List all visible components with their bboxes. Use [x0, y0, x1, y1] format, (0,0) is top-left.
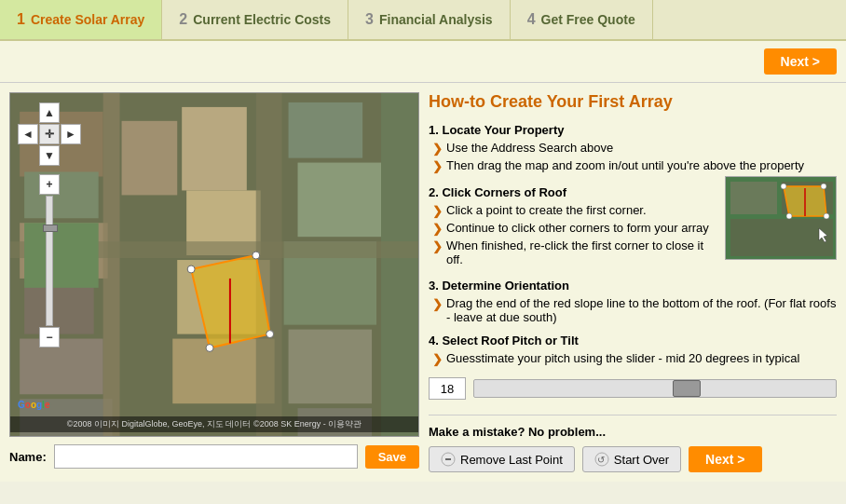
map-down-button[interactable]: ▼ — [39, 145, 60, 166]
map-controls: ▲ ◄ ✛ ► ▼ + − — [18, 102, 81, 347]
tab2-num: 2 — [179, 11, 187, 28]
arrow-icon: ❯ — [432, 204, 443, 218]
map-bottom: Name: Save — [9, 437, 419, 469]
svg-point-38 — [786, 213, 792, 219]
svg-rect-32 — [730, 219, 833, 256]
main-content: ▲ ◄ ✛ ► ▼ + − — [0, 83, 846, 482]
step4-text1: Guesstimate your pitch using the slider … — [446, 351, 799, 365]
svg-rect-9 — [182, 107, 247, 191]
step1-item1: ❯ Use the Address Search above — [429, 141, 837, 156]
svg-rect-14 — [298, 163, 382, 238]
restart-icon: ↺ — [594, 452, 609, 467]
map-right-button[interactable]: ► — [61, 124, 81, 144]
svg-point-27 — [266, 331, 274, 338]
pitch-section: 18 — [429, 377, 837, 400]
map-attribution: ©2008 이미지 DigitalGlobe, GeoEye, 지도 데이터 ©… — [10, 416, 418, 432]
start-over-label: Start Over — [614, 453, 669, 467]
header-next-button[interactable]: Next > — [764, 48, 837, 75]
instructions-panel: How-to Create Your First Array 1. Locate… — [429, 92, 837, 472]
tab2-label: Current Electric Costs — [193, 12, 331, 27]
step1-text1: Use the Address Search above — [446, 141, 613, 155]
step1-text2: Then drag the map and zoom in/out until … — [446, 158, 804, 172]
step4-item1: ❯ Guesstimate your pitch using the slide… — [429, 351, 837, 366]
arrow-icon: ❯ — [432, 297, 443, 311]
step4-heading: 4. Select Roof Pitch or Tilt — [429, 334, 837, 347]
pitch-row: 18 — [429, 377, 837, 400]
map-up-button[interactable]: ▲ — [39, 102, 60, 123]
arrow-icon: ❯ — [432, 159, 443, 173]
mistake-section: Make a mistake? No problem... Remove Las… — [429, 415, 837, 472]
svg-point-28 — [206, 345, 213, 352]
step2-item3: ❯ When finished, re-click the first corn… — [429, 238, 716, 266]
action-buttons: Remove Last Point ↺ Start Over Next > — [429, 446, 837, 472]
svg-rect-13 — [289, 102, 363, 158]
zoom-in-button[interactable]: + — [39, 174, 60, 195]
zoom-controls: + − — [18, 174, 81, 347]
svg-point-37 — [824, 213, 829, 219]
arrow-icon: ❯ — [432, 352, 443, 366]
map-container: ▲ ◄ ✛ ► ▼ + − — [9, 92, 419, 472]
map-center-button[interactable]: ✛ — [39, 124, 60, 144]
start-over-button[interactable]: ↺ Start Over — [582, 446, 681, 472]
tab-create-solar-array[interactable]: 1 Create Solar Array — [0, 0, 162, 39]
arrow-icon: ❯ — [432, 239, 443, 253]
remove-last-point-button[interactable]: Remove Last Point — [429, 446, 575, 472]
step2-text1: Click a point to create the first corner… — [446, 203, 647, 217]
header-next-label: Next > — [781, 54, 820, 69]
svg-rect-18 — [381, 93, 418, 436]
svg-point-25 — [187, 266, 195, 273]
tab-financial-analysis[interactable]: 3 Financial Analysis — [348, 0, 511, 39]
step2-item1: ❯ Click a point to create the first corn… — [429, 203, 716, 218]
svg-rect-19 — [103, 93, 120, 436]
zoom-thumb[interactable] — [43, 225, 58, 232]
tab1-num: 1 — [17, 11, 25, 28]
pitch-input[interactable]: 18 — [429, 377, 466, 400]
svg-rect-30 — [730, 182, 777, 214]
remove-icon — [441, 452, 456, 467]
map-left-button[interactable]: ◄ — [18, 124, 38, 144]
tab4-num: 4 — [527, 11, 536, 28]
name-label: Name: — [9, 450, 47, 464]
step2-item2: ❯ Continue to click other corners to for… — [429, 221, 716, 236]
remove-last-point-label: Remove Last Point — [460, 453, 563, 467]
zoom-bar[interactable] — [46, 196, 53, 326]
svg-text:↺: ↺ — [597, 455, 605, 465]
next-button[interactable]: Next > — [689, 446, 761, 472]
svg-point-36 — [821, 184, 826, 189]
svg-rect-16 — [289, 330, 373, 404]
svg-point-26 — [252, 252, 260, 259]
name-input[interactable] — [54, 444, 358, 469]
step2-text2: Continue to click other corners to form … — [446, 221, 709, 235]
tab1-label: Create Solar Array — [31, 12, 144, 27]
step1-heading: 1. Locate Your Property — [429, 123, 837, 137]
svg-point-35 — [781, 184, 786, 189]
google-logo: Google — [18, 400, 49, 410]
roof-diagram — [725, 176, 837, 260]
arrow-icon: ❯ — [432, 142, 443, 156]
zoom-out-button[interactable]: − — [39, 327, 60, 347]
mistake-label: Make a mistake? No problem... — [429, 425, 837, 439]
svg-rect-20 — [256, 93, 282, 436]
step3-heading: 3. Determine Orientation — [429, 279, 837, 293]
header-next-area: Next > — [0, 41, 846, 83]
pitch-slider-thumb[interactable] — [673, 380, 701, 397]
tab4-label: Get Free Quote — [541, 12, 635, 27]
tab3-label: Financial Analysis — [379, 12, 493, 27]
svg-rect-41 — [445, 458, 451, 460]
instructions-title: How-to Create Your First Array — [429, 92, 837, 112]
map-box[interactable]: ▲ ◄ ✛ ► ▼ + − — [9, 92, 419, 437]
tab3-num: 3 — [365, 11, 374, 28]
save-button[interactable]: Save — [365, 445, 419, 469]
step3-item1: ❯ Drag the end of the red slope line to … — [429, 296, 837, 324]
pitch-slider[interactable] — [473, 379, 837, 398]
tab-current-electric-costs[interactable]: 2 Current Electric Costs — [162, 0, 348, 39]
step3-text1: Drag the end of the red slope line to th… — [446, 296, 837, 324]
next-label: Next > — [705, 452, 744, 467]
step1-item2: ❯ Then drag the map and zoom in/out unti… — [429, 158, 837, 173]
svg-rect-8 — [122, 121, 178, 196]
top-nav: 1 Create Solar Array 2 Current Electric … — [0, 0, 846, 41]
step2-text3: When finished, re-click the first corner… — [446, 238, 716, 266]
tab-get-free-quote[interactable]: 4 Get Free Quote — [511, 0, 653, 39]
arrow-icon: ❯ — [432, 222, 443, 236]
